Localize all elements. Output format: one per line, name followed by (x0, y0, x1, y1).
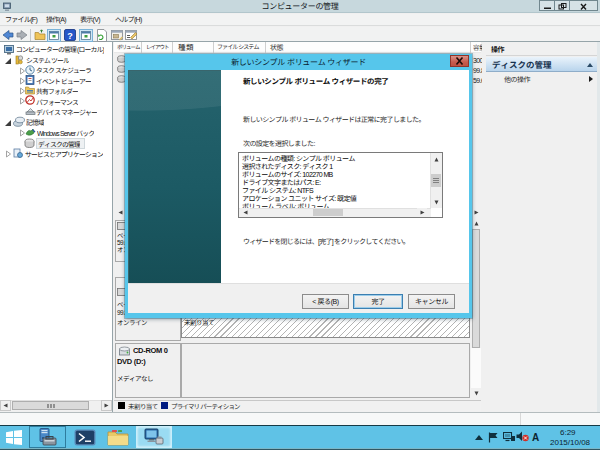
svg-text:?: ? (67, 31, 73, 41)
